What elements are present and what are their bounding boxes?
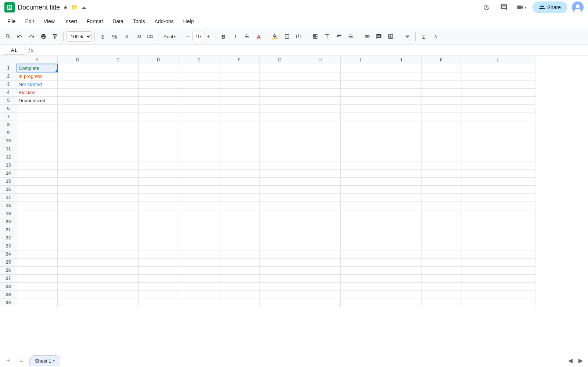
cell-d20[interactable] <box>138 218 179 226</box>
sheet-area[interactable]: A B C D E F G H I J K L 1Complete2In pro… <box>0 56 588 354</box>
cell-f14[interactable] <box>219 169 259 177</box>
cell-h1[interactable] <box>300 64 340 72</box>
cell-j12[interactable] <box>381 153 421 161</box>
cell-b10[interactable] <box>57 137 98 145</box>
cell-c14[interactable] <box>98 169 138 177</box>
menu-format[interactable]: Format <box>82 17 107 26</box>
share-button[interactable]: Share <box>533 1 567 13</box>
cell-i1[interactable] <box>340 64 381 72</box>
cell-l2[interactable] <box>462 72 535 80</box>
cell-c11[interactable] <box>98 145 138 153</box>
row-header-27[interactable]: 27 <box>0 274 17 282</box>
col-header-a[interactable]: A <box>17 56 57 64</box>
merge-cells-button[interactable] <box>294 31 304 42</box>
cell-a3[interactable]: Not started <box>17 80 57 88</box>
cell-e13[interactable] <box>179 161 219 169</box>
cell-i20[interactable] <box>340 218 381 226</box>
align-horizontal-button[interactable] <box>310 31 320 42</box>
cell-i12[interactable] <box>340 153 381 161</box>
cell-d25[interactable] <box>138 258 179 266</box>
cell-l27[interactable] <box>462 274 535 282</box>
history-button[interactable] <box>480 1 493 14</box>
cell-f8[interactable] <box>219 121 259 129</box>
cell-g17[interactable] <box>259 193 300 202</box>
cell-d9[interactable] <box>138 129 179 137</box>
cell-i19[interactable] <box>340 210 381 218</box>
cell-l28[interactable] <box>462 282 535 291</box>
cell-k11[interactable] <box>421 145 462 153</box>
cell-c18[interactable] <box>98 202 138 210</box>
row-header-6[interactable]: 6 <box>0 104 17 113</box>
cell-f29[interactable] <box>219 291 259 299</box>
fill-color-button[interactable] <box>270 31 280 42</box>
cell-b24[interactable] <box>57 250 98 258</box>
cell-j5[interactable] <box>381 96 421 104</box>
cell-d13[interactable] <box>138 161 179 169</box>
cell-h12[interactable] <box>300 153 340 161</box>
cell-k12[interactable] <box>421 153 462 161</box>
col-header-h[interactable]: H <box>300 56 340 64</box>
font-size-decrease-button[interactable]: − <box>184 32 191 41</box>
sum-button[interactable]: Σ <box>419 31 429 42</box>
cell-h2[interactable] <box>300 72 340 80</box>
cell-k20[interactable] <box>421 218 462 226</box>
cell-l21[interactable] <box>462 226 535 234</box>
cell-i14[interactable] <box>340 169 381 177</box>
italic-button[interactable]: I <box>230 31 240 42</box>
cell-c10[interactable] <box>98 137 138 145</box>
cell-k24[interactable] <box>421 250 462 258</box>
user-avatar[interactable] <box>572 1 584 13</box>
menu-addons[interactable]: Add-ons <box>150 17 178 26</box>
row-header-3[interactable]: 3 <box>0 80 17 88</box>
row-header-18[interactable]: 18 <box>0 202 17 210</box>
cell-j19[interactable] <box>381 210 421 218</box>
cell-c1[interactable] <box>98 64 138 72</box>
cell-f2[interactable] <box>219 72 259 80</box>
cell-f13[interactable] <box>219 161 259 169</box>
cell-j20[interactable] <box>381 218 421 226</box>
row-header-15[interactable]: 15 <box>0 177 17 185</box>
cell-j22[interactable] <box>381 234 421 242</box>
cell-d16[interactable] <box>138 185 179 193</box>
cell-e19[interactable] <box>179 210 219 218</box>
cell-b20[interactable] <box>57 218 98 226</box>
cell-c4[interactable] <box>98 88 138 96</box>
cell-k10[interactable] <box>421 137 462 145</box>
row-header-1[interactable]: 1 <box>0 64 17 72</box>
cell-d14[interactable] <box>138 169 179 177</box>
cell-i9[interactable] <box>340 129 381 137</box>
cell-f20[interactable] <box>219 218 259 226</box>
cell-h14[interactable] <box>300 169 340 177</box>
cell-b8[interactable] <box>57 121 98 129</box>
cell-j25[interactable] <box>381 258 421 266</box>
cell-f24[interactable] <box>219 250 259 258</box>
cell-d15[interactable] <box>138 177 179 185</box>
cell-e11[interactable] <box>179 145 219 153</box>
cell-f3[interactable] <box>219 80 259 88</box>
cell-d18[interactable] <box>138 202 179 210</box>
cell-c23[interactable] <box>98 242 138 250</box>
cell-j7[interactable] <box>381 113 421 121</box>
cell-h3[interactable] <box>300 80 340 88</box>
decimal-decrease-button[interactable]: .0 <box>121 31 132 42</box>
cell-c9[interactable] <box>98 129 138 137</box>
row-header-10[interactable]: 10 <box>0 137 17 145</box>
cell-h23[interactable] <box>300 242 340 250</box>
folder-icon[interactable]: 📁 <box>71 4 78 11</box>
cell-l26[interactable] <box>462 266 535 274</box>
cell-i18[interactable] <box>340 202 381 210</box>
cell-g22[interactable] <box>259 234 300 242</box>
cell-b22[interactable] <box>57 234 98 242</box>
cell-g1[interactable] <box>259 64 300 72</box>
cell-f18[interactable] <box>219 202 259 210</box>
cell-a5[interactable]: Deprioritized <box>17 96 57 104</box>
cell-j4[interactable] <box>381 88 421 96</box>
font-selector[interactable]: Arial ▾ <box>161 31 178 42</box>
cell-e26[interactable] <box>179 266 219 274</box>
cell-h18[interactable] <box>300 202 340 210</box>
cell-e22[interactable] <box>179 234 219 242</box>
cell-d29[interactable] <box>138 291 179 299</box>
cell-b28[interactable] <box>57 282 98 291</box>
cell-l11[interactable] <box>462 145 535 153</box>
cell-k29[interactable] <box>421 291 462 299</box>
